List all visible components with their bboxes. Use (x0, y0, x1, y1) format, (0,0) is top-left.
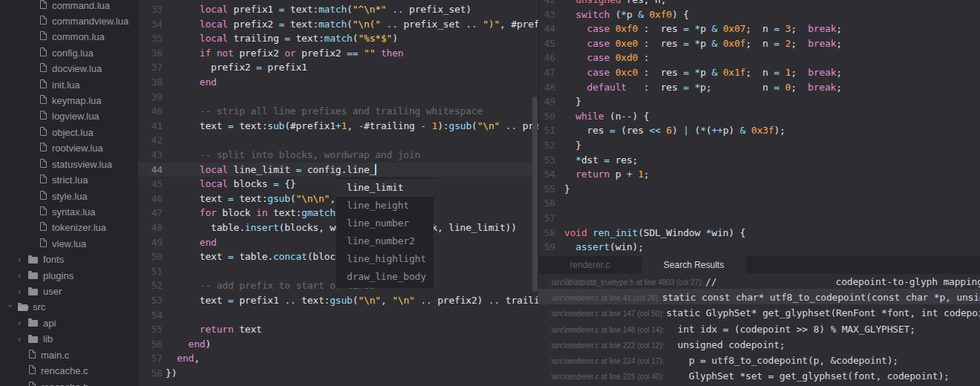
chevron-right-icon: › (18, 318, 24, 327)
code-line[interactable]: 36 if not prefix2 or prefix2 == "" then (138, 46, 538, 61)
code-line[interactable]: 48 default : res = *p; n = 0; break; (539, 80, 980, 95)
tree-item-docview-lua[interactable]: docview.lua (0, 61, 138, 77)
tree-item-object-lua[interactable]: object.lua (0, 124, 138, 140)
code-line[interactable]: 43 switch (*p & 0xf0) { (539, 7, 980, 22)
search-result-row[interactable]: .\src\renderer.c at line 148 (col 14): i… (538, 321, 980, 336)
tree-item-syntax-lua[interactable]: syntax.lua (0, 203, 138, 220)
code-line[interactable]: 41 text = text:sub(#prefix1+1, -#trailin… (138, 119, 538, 134)
code-line[interactable]: 58void ren_init(SDL_Window *win) { (539, 226, 980, 241)
code-line[interactable]: 47 case 0xc0 : res = *p & 0x1f; n = 1; b… (539, 65, 980, 80)
code-line[interactable]: 54 return p + 1; (539, 167, 980, 182)
code-line[interactable]: 44 case 0xf0 : res = *p & 0x07; n = 3; b… (539, 22, 980, 36)
code-line[interactable]: 56 end) (138, 337, 538, 352)
autocomplete-item[interactable]: draw_line_body (336, 268, 434, 286)
tree-item-common-lua[interactable]: common.lua (0, 29, 138, 45)
search-result-row[interactable]: .\src\lib\stb\stb_truetype.h at line 480… (538, 273, 980, 289)
tree-item-tokenizer-lua[interactable]: tokenizer.lua (0, 220, 138, 236)
tab-search-results[interactable]: Search Results (642, 256, 746, 274)
tree-item-label: lib (43, 333, 53, 344)
code-line[interactable]: 58}) (138, 366, 538, 381)
result-path: .\src\renderer.c at line 147 (col 50): (549, 310, 666, 318)
tree-item-src[interactable]: ›src (0, 299, 138, 315)
code-line[interactable]: 57 end, (138, 351, 538, 366)
file-icon (39, 159, 47, 170)
code-line[interactable]: 55} (539, 182, 980, 197)
code-line[interactable]: 51 res = (res << 6) | (*(++p) & 0x3f); (539, 123, 980, 138)
code-line[interactable]: 42 unsigned res, n; (539, 0, 980, 7)
tree-item-rootview-lua[interactable]: rootview.lua (0, 140, 138, 157)
code-line[interactable]: 45 case 0xe0 : res = *p & 0x0f; n = 2; b… (539, 36, 980, 51)
tree-item-api[interactable]: ›api (0, 315, 138, 331)
code-line[interactable]: 37 prefix2 = prefix1 (138, 60, 538, 75)
search-result-row[interactable]: .\src\renderer.c at line 41 (col 28): st… (538, 289, 980, 304)
code-line[interactable]: 38 end (138, 75, 538, 90)
tree-item-strict-lua[interactable]: strict.lua (0, 172, 138, 189)
code-line[interactable]: 49 } (539, 94, 980, 109)
code-line[interactable]: 59 assert(win); (539, 240, 980, 255)
code-line[interactable]: 39 (138, 90, 538, 105)
code-line[interactable]: 57 (539, 211, 980, 226)
autocomplete-item[interactable]: line_limit (336, 179, 434, 197)
autocomplete-item[interactable]: line_highlight (336, 250, 434, 268)
file-icon (28, 350, 36, 361)
code-line[interactable]: 55 return text (138, 322, 538, 337)
line-number: 56 (138, 337, 163, 352)
file-icon (39, 206, 47, 217)
code-text: case 0xf0 : res = *p & 0x07; n = 3; brea… (564, 22, 842, 36)
code-line[interactable]: 53 *dst = res; (539, 153, 980, 168)
tree-item-fonts[interactable]: ›fonts (0, 252, 138, 268)
tree-item-label: init.lua (52, 79, 80, 91)
line-number: 38 (138, 75, 163, 90)
tree-item-command-lua[interactable]: command.lua (0, 0, 138, 13)
tree-item-config-lua[interactable]: config.lua (0, 45, 138, 61)
tree-item-rencache-h[interactable]: rencache.h (0, 379, 138, 386)
tree-item-statusview-lua[interactable]: statusview.lua (0, 156, 138, 172)
file-icon (39, 95, 47, 106)
tree-item-lib[interactable]: ›lib (0, 331, 138, 347)
search-result-row[interactable]: .\src\renderer.c at line 147 (col 50): s… (538, 304, 980, 320)
scrollbar-thumb[interactable] (532, 96, 538, 292)
code-line[interactable]: 43 -- split into blocks, wordwrap and jo… (138, 148, 538, 163)
code-line[interactable]: 42 (138, 133, 538, 148)
chevron-right-icon: › (18, 287, 24, 296)
code-text: assert(win); (564, 240, 644, 255)
tree-item-commandview-lua[interactable]: commandview.lua (0, 13, 138, 29)
code-line[interactable]: 33 local prefix1 = text:match("^\n*" .. … (138, 2, 538, 17)
search-result-row[interactable]: .\src\renderer.c at line 225 (col 40): G… (538, 367, 980, 383)
tree-item-style-lua[interactable]: style.lua (0, 188, 138, 204)
code-line[interactable]: 53 text = prefix1 .. text:gsub("\n", "\n… (138, 293, 538, 308)
tree-item-rencache-c[interactable]: rencache.c (0, 363, 138, 379)
search-result-row[interactable]: .\src\renderer.c at line 222 (col 12): u… (538, 336, 980, 352)
line-number: 50 (539, 109, 555, 124)
tree-item-label: config.lua (52, 48, 94, 59)
code-line[interactable]: 50 while (n--) { (539, 109, 980, 124)
code-line[interactable]: 54 (138, 308, 538, 323)
line-number: 44 (138, 163, 163, 177)
tree-item-user[interactable]: ›user (0, 284, 138, 300)
tree-item-view-lua[interactable]: view.lua (0, 235, 138, 252)
tree-item-main-c[interactable]: main.c (0, 347, 138, 363)
tree-item-init-lua[interactable]: init.lua (0, 76, 138, 93)
tab-renderer-c[interactable]: renderer.c (538, 256, 642, 274)
tree-item-label: statusview.lua (52, 159, 112, 170)
code-line[interactable]: 46 case 0xd0 : (539, 50, 980, 65)
file-icon (39, 127, 47, 138)
code-line[interactable]: 56 (539, 196, 980, 211)
code-line[interactable]: 44 local line_limit = config.line_ (138, 163, 538, 177)
tree-item-keymap-lua[interactable]: keymap.lua (0, 93, 138, 109)
tree-item-logview-lua[interactable]: logview.lua (0, 108, 138, 125)
code-text: end (166, 235, 217, 250)
code-line[interactable]: 52 } (539, 138, 980, 153)
tree-item-label: rencache.h (41, 382, 88, 386)
autocomplete-item[interactable]: line_number2 (336, 232, 434, 250)
autocomplete-item[interactable]: line_height (336, 197, 434, 215)
search-result-row[interactable]: .\src\renderer.c at line 224 (col 17): p… (538, 352, 980, 367)
autocomplete-item[interactable]: line_number (336, 215, 434, 232)
tree-item-plugins[interactable]: ›plugins (0, 267, 138, 284)
code-line[interactable]: 35 local trailing = text:match("%s*$") (138, 31, 538, 46)
line-number: 57 (539, 211, 555, 226)
search-result-row[interactable]: .\src\renderer.c at line 226 (col 29): s… (538, 383, 980, 386)
code-line[interactable]: 40 -- strip all line prefixes and traili… (138, 104, 538, 119)
code-line[interactable]: 34 local prefix2 = text:match("\n(" .. p… (138, 17, 538, 32)
result-path: .\src\renderer.c at line 222 (col 12): (549, 341, 666, 350)
